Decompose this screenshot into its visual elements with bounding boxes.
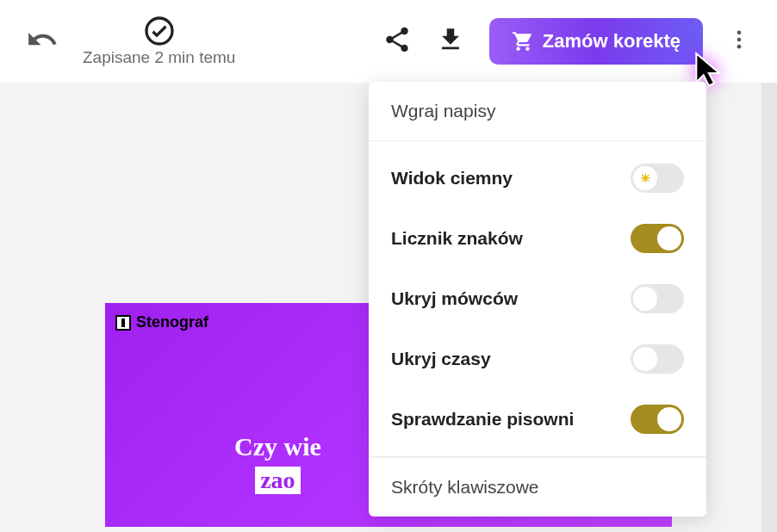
svg-point-0: [737, 31, 742, 35]
menu-char-counter-label: Licznik znaków: [391, 228, 523, 249]
menu-upload-subtitles-label: Wgraj napisy: [391, 101, 495, 121]
video-caption-line1: Czy wie: [234, 432, 321, 461]
menu-char-counter[interactable]: Licznik znaków: [369, 208, 706, 269]
menu-shortcuts-label: Skróty klawiszowe: [391, 477, 539, 497]
video-badge-text: Stenograf: [136, 313, 208, 331]
menu-toggle-section: Widok ciemny ☀ Licznik znaków Ukryj mówc…: [369, 141, 706, 457]
menu-dark-mode[interactable]: Widok ciemny ☀: [369, 148, 706, 208]
save-status-text: Zapisane 2 min temu: [83, 48, 235, 67]
undo-icon: [26, 23, 59, 56]
svg-point-2: [737, 45, 742, 49]
char-counter-toggle[interactable]: [631, 224, 684, 253]
sun-icon: ☀: [633, 166, 657, 190]
dark-mode-toggle[interactable]: ☀: [631, 164, 684, 193]
video-badge: Stenograf: [115, 313, 208, 331]
menu-spellcheck[interactable]: Sprawdzanie pisowni: [369, 389, 706, 449]
undo-button[interactable]: [26, 23, 59, 59]
cta-label: Zamów korektę: [543, 30, 681, 53]
menu-hide-speakers[interactable]: Ukryj mówców: [369, 269, 706, 329]
menu-hide-times-label: Ukryj czasy: [391, 349, 491, 369]
download-button[interactable]: [436, 25, 465, 58]
menu-hide-speakers-label: Ukryj mówców: [391, 288, 518, 309]
order-correction-button[interactable]: Zamów korektę: [489, 18, 703, 65]
checkmark-circle-icon: [144, 15, 175, 46]
hide-speakers-toggle[interactable]: [631, 284, 684, 313]
more-menu-button[interactable]: [727, 28, 751, 55]
logo-icon: [115, 315, 131, 331]
hide-times-toggle[interactable]: [631, 344, 684, 374]
share-button[interactable]: [382, 25, 412, 58]
more-vertical-icon: [727, 28, 751, 52]
spellcheck-toggle[interactable]: [631, 405, 684, 434]
save-status: Zapisane 2 min temu: [83, 15, 235, 67]
video-caption-line2: zao: [255, 467, 300, 494]
video-caption: Czy wie zao: [234, 432, 321, 494]
cart-icon: [512, 30, 534, 53]
menu-upload-subtitles[interactable]: Wgraj napisy: [369, 82, 706, 141]
menu-dark-mode-label: Widok ciemny: [391, 168, 513, 189]
download-icon: [436, 25, 465, 54]
topbar: Zapisane 2 min temu Zamów korektę: [0, 0, 777, 83]
menu-spellcheck-label: Sprawdzanie pisowni: [391, 409, 574, 430]
svg-point-1: [737, 38, 742, 42]
menu-shortcuts[interactable]: Skróty klawiszowe: [369, 457, 706, 517]
dropdown-menu: Wgraj napisy Widok ciemny ☀ Licznik znak…: [369, 82, 706, 517]
menu-hide-times[interactable]: Ukryj czasy: [369, 329, 706, 389]
share-icon: [382, 25, 412, 54]
